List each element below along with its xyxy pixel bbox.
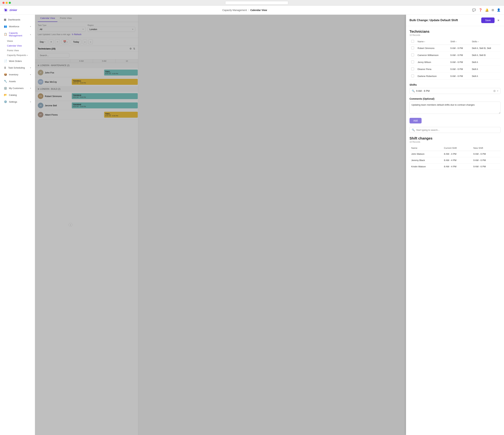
breadcrumb-separator: / bbox=[248, 9, 249, 11]
sidebar-item-dashboards[interactable]: ▦ Dashboards bbox=[1, 16, 34, 23]
window-control-red[interactable] bbox=[2, 2, 5, 4]
sidebar-item-work-orders[interactable]: 📄 Work Orders bbox=[1, 58, 34, 64]
shift-value: 9 AM - 6 PM bbox=[416, 89, 492, 92]
sidebar-item-inventory[interactable]: 📦 Inventory ▾ bbox=[1, 71, 34, 78]
workforce-icon: 👥 bbox=[4, 25, 7, 28]
shift-changes-table: Name Current Shift New Shift John Watson… bbox=[410, 145, 501, 170]
sidebar-item-task-scheduling[interactable]: 🗓 Task Scheduling ▾ bbox=[1, 64, 34, 71]
search-icon: 🔍 bbox=[412, 89, 415, 92]
shift-changes-title: Shift changes bbox=[410, 136, 501, 140]
add-button[interactable]: Add bbox=[410, 118, 422, 123]
task-scheduling-icon: 🗓 bbox=[4, 66, 7, 69]
comments-textarea[interactable] bbox=[410, 102, 501, 114]
table-row: Robert Simmons 9 AM - 6 PM Skill A, Skil… bbox=[410, 45, 501, 52]
sidebar-label-catalog: Catalog bbox=[9, 94, 17, 96]
my-customers-chevron: ▾ bbox=[30, 87, 31, 89]
modal-panel: Bulk Change: Update Default Shift Save ×… bbox=[406, 15, 504, 435]
sc-current-cell: 8 AM - 4 PM bbox=[442, 164, 472, 170]
close-button[interactable]: × bbox=[496, 18, 501, 22]
chevron-down-icon[interactable]: ▾ bbox=[497, 90, 498, 92]
select-all-checkbox[interactable] bbox=[411, 40, 414, 43]
tech-skills-cell: Skill A, Skill B bbox=[470, 52, 501, 59]
technicians-table: Name ▾ Shift ▾ Skills ▾ bbox=[410, 38, 501, 80]
sidebar-item-catalog[interactable]: 📂 Catalog bbox=[1, 92, 34, 98]
window-control-yellow[interactable] bbox=[6, 2, 8, 4]
my-customers-icon: 🏢 bbox=[4, 87, 7, 90]
sidebar-label-assets: Assets bbox=[9, 80, 16, 83]
technicians-section: Technicians 10 Records Name ▾ bbox=[410, 30, 501, 80]
top-bar bbox=[0, 0, 504, 6]
header-icons: 💬 ❓ 🔔 ⊞ 👤 bbox=[472, 8, 501, 12]
window-control-green[interactable] bbox=[9, 2, 11, 4]
inventory-icon: 📦 bbox=[4, 73, 7, 76]
address-bar[interactable] bbox=[225, 1, 288, 5]
sidebar-item-assets[interactable]: 🔧 Assets bbox=[1, 78, 34, 85]
logo-text: zinier bbox=[9, 9, 17, 12]
sidebar-item-workforce[interactable]: 👥 Workforce ▾ bbox=[1, 23, 34, 30]
global-search-input[interactable] bbox=[416, 129, 498, 131]
table-row: Kristin Watson 8 AM - 4 PM 9 AM - 6 PM bbox=[410, 164, 501, 170]
shift-changes-count: 10 Records bbox=[410, 141, 501, 143]
tech-shift-cell: 9 AM - 6 PM bbox=[449, 59, 470, 66]
global-search-box[interactable]: 🔍 bbox=[410, 127, 501, 133]
sidebar-label-inventory: Inventory bbox=[9, 73, 28, 76]
table-row: Jenny Wilson 9 AM - 6 PM Skill A bbox=[410, 59, 501, 66]
col-name: Name ▾ bbox=[416, 38, 449, 45]
comments-section: Comments (Optional) bbox=[410, 97, 501, 114]
sc-name-cell: Jeremy Black bbox=[410, 157, 442, 164]
tech-skills-cell: Skill A, Skill B, Skill bbox=[470, 45, 501, 52]
col-shift: Shift ▾ bbox=[449, 38, 470, 45]
row-checkbox[interactable] bbox=[411, 53, 414, 56]
sc-new-cell: 9 AM - 6 PM bbox=[472, 157, 501, 164]
sc-name-cell: John Watson bbox=[410, 151, 442, 157]
tech-shift-cell: 9 AM - 6 PM bbox=[449, 73, 470, 80]
sidebar-label-workforce: Workforce bbox=[9, 25, 28, 28]
sidebar-label-dashboards: Dashboards bbox=[8, 18, 20, 21]
sidebar-sub-item-capacity-requests[interactable]: Capacity Requests ▾ bbox=[5, 53, 35, 58]
inventory-chevron: ▾ bbox=[30, 74, 31, 76]
sidebar-sub-item-calendar-view[interactable]: Calendar View bbox=[5, 43, 35, 48]
grid-icon[interactable]: ⊞ bbox=[492, 8, 494, 12]
sidebar-item-capacity[interactable]: 📋 Capacity Management ▴ bbox=[1, 30, 34, 39]
help-icon[interactable]: ❓ bbox=[479, 8, 482, 12]
sc-new-cell: 9 AM - 6 PM bbox=[472, 151, 501, 157]
row-checkbox[interactable] bbox=[411, 68, 414, 70]
sidebar-item-settings[interactable]: ⚙️ Settings ▾ bbox=[1, 98, 34, 105]
shift-search-box[interactable]: 🔍 9 AM - 6 PM ⊗ ▾ bbox=[410, 88, 501, 94]
tech-name-cell: Eleanor Pena bbox=[416, 66, 449, 73]
row-checkbox[interactable] bbox=[411, 74, 414, 77]
clear-icon[interactable]: ⊗ bbox=[493, 89, 496, 93]
row-checkbox[interactable] bbox=[411, 61, 414, 63]
table-row: Cameron Williamson 9 AM - 6 PM Skill A, … bbox=[410, 52, 501, 59]
shift-changes-section: Shift changes 10 Records Name Current Sh… bbox=[410, 136, 501, 170]
shifts-section: Shifts 🔍 9 AM - 6 PM ⊗ ▾ bbox=[410, 83, 501, 94]
work-orders-icon: 📄 bbox=[4, 60, 7, 63]
tech-name-cell: Robert Simmons bbox=[416, 45, 449, 52]
row-checkbox[interactable] bbox=[411, 46, 414, 49]
settings-icon: ⚙️ bbox=[4, 100, 7, 103]
svg-point-1 bbox=[5, 9, 7, 11]
sidebar-sub-item-points-view[interactable]: Points View bbox=[5, 48, 35, 53]
sidebar-item-my-customers[interactable]: 🏢 My Customers ▾ bbox=[1, 85, 34, 91]
modal-header: Bulk Change: Update Default Shift Save × bbox=[406, 15, 504, 26]
save-button[interactable]: Save bbox=[481, 17, 495, 23]
user-icon[interactable]: 👤 bbox=[497, 8, 501, 12]
chat-icon[interactable]: 💬 bbox=[472, 8, 476, 12]
table-row: John Watson 8 AM - 4 PM 9 AM - 6 PM bbox=[410, 151, 501, 157]
sc-current-cell: 8 AM - 4 PM bbox=[442, 157, 472, 164]
global-search-icon: 🔍 bbox=[412, 129, 415, 131]
technicians-section-title: Technicians bbox=[410, 30, 501, 34]
sc-col-current: Current Shift bbox=[442, 145, 472, 151]
sidebar-label-my-customers: My Customers bbox=[9, 87, 28, 89]
sidebar-label-settings: Settings bbox=[9, 101, 28, 103]
bell-icon[interactable]: 🔔 bbox=[485, 8, 489, 12]
sidebar-label-task-scheduling: Task Scheduling bbox=[8, 66, 28, 69]
comments-label: Comments (Optional) bbox=[410, 97, 501, 100]
catalog-icon: 📂 bbox=[4, 93, 7, 96]
logo-icon bbox=[3, 8, 8, 12]
sidebar-label-work-orders: Work Orders bbox=[9, 60, 22, 62]
sidebar: ▦ Dashboards 👥 Workforce ▾ 📋 Capacity Ma… bbox=[0, 15, 35, 435]
shifts-label: Shifts bbox=[410, 83, 501, 86]
tech-name-cell: Darlene Robertson bbox=[416, 73, 449, 80]
sc-col-name: Name bbox=[410, 145, 442, 151]
